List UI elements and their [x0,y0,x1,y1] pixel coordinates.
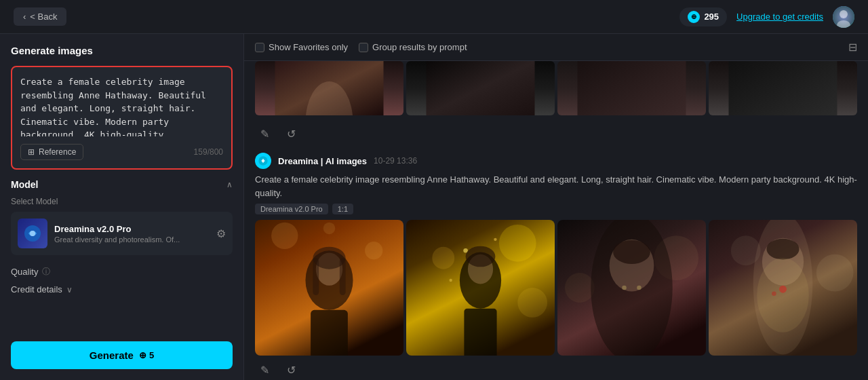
svg-point-26 [494,238,496,241]
prompt-footer: ⊞ Reference 159/800 [20,144,223,160]
bottom-action-row: ✎ ↺ [255,356,857,380]
credit-details-label: Credit details [11,284,62,294]
svg-point-14 [323,223,336,235]
cost-value: 5 [149,350,154,360]
credits-icon: ⊕ [688,11,700,23]
result-image-3[interactable] [557,220,706,356]
svg-rect-8 [578,61,686,115]
model-settings-icon[interactable]: ⚙ [216,227,226,240]
back-label: < Back [30,12,57,22]
svg-point-34 [565,273,595,303]
reference-icon: ⊞ [28,147,35,157]
model-section-header: Model ∧ [11,179,233,190]
partial-image-3 [557,61,706,115]
cost-icon: ⊕ [139,350,146,360]
svg-point-37 [613,240,650,264]
svg-point-24 [517,288,547,318]
svg-point-4 [30,231,35,236]
model-desc: Great diversity and photorealism. Of... [54,235,190,244]
avatar[interactable] [833,6,854,28]
svg-point-42 [816,254,854,292]
svg-point-48 [772,291,776,296]
partial-image-2 [406,61,555,115]
chevron-up-icon: ∧ [226,180,233,189]
svg-point-46 [757,258,809,332]
svg-point-23 [432,247,454,269]
result-image-4[interactable] [709,220,857,356]
toolbar-grid-icon[interactable]: ⊟ [848,41,857,54]
upgrade-button[interactable]: Upgrade to get credits [736,12,823,22]
scroll-area[interactable]: ✎ ↺ Dreamina | AI images 10-29 13:36 Cre… [244,61,868,380]
model-name: Dreamina v2.0 Pro [54,224,210,234]
result-meta: Dreamina | AI images 10-29 13:36 [255,147,857,173]
group-results-label[interactable]: Group results by prompt [359,42,467,52]
svg-point-39 [637,286,642,290]
back-icon: ‹ [23,12,26,22]
sidebar-title: Generate images [11,45,233,56]
svg-point-12 [271,223,298,249]
first-action-row: ✎ ↺ [255,121,857,147]
select-model-label: Select Model [11,197,233,206]
partial-image-1 [255,61,403,115]
content-area: Show Favorites only Group results by pro… [244,34,868,380]
prompt-wrapper: Create a female celebrity image resembli… [11,66,233,170]
result-timestamp: 10-29 13:36 [374,156,417,166]
model-thumbnail [18,218,47,248]
edit-button-1[interactable]: ✎ [255,125,275,143]
svg-rect-16 [311,310,348,356]
header-right: ⊕ 295 Upgrade to get credits [679,6,854,28]
result-prompt-text: Create a female celebrity image resembli… [255,173,857,204]
svg-point-27 [450,279,452,282]
credit-details-row[interactable]: Credit details ∨ [11,284,233,294]
credits-count: 295 [704,12,719,22]
model-section-title: Model [11,179,38,190]
result-tag-ratio: 1:1 [332,204,353,214]
result-tags: Dreamina v2.0 Pro 1:1 [255,204,857,214]
quality-row: Quality ⓘ [11,266,233,278]
quality-label: Quality [11,267,38,277]
edit-button-2[interactable]: ✎ [255,361,275,379]
group-results-text: Group results by prompt [372,42,467,52]
toolbar-left: Show Favorites only Group results by pro… [255,42,467,52]
cost-badge: ⊕ 5 [139,350,154,360]
char-count: 159/800 [194,147,223,157]
svg-point-31 [466,246,496,267]
result-image-2[interactable] [406,220,555,356]
svg-point-38 [622,286,627,290]
svg-point-22 [499,225,536,262]
back-button[interactable]: ‹ < Back [14,7,66,26]
refresh-button-2[interactable]: ↺ [281,361,301,379]
credits-badge: ⊕ 295 [679,7,727,26]
result-app-icon [255,153,271,169]
refresh-button-1[interactable]: ↺ [281,125,301,143]
svg-point-1 [840,10,848,18]
show-favorites-checkbox[interactable] [255,43,264,52]
svg-rect-9 [729,61,837,115]
model-card[interactable]: Dreamina v2.0 Pro Great diversity and ph… [11,212,233,255]
prompt-input[interactable]: Create a female celebrity image resembli… [20,75,223,136]
svg-point-47 [779,286,787,293]
model-info: Dreamina v2.0 Pro Great diversity and ph… [54,224,210,244]
svg-rect-20 [340,258,346,295]
generate-button[interactable]: Generate ⊕ 5 [11,341,233,369]
svg-rect-7 [427,61,535,115]
main-layout: Generate images Create a female celebrit… [0,34,868,380]
result-tag-model: Dreamina v2.0 Pro [255,204,328,214]
partial-image-4 [709,61,857,115]
reference-button[interactable]: ⊞ Reference [20,144,83,160]
result-app-name: Dreamina | AI images [278,156,367,166]
result-block: Dreamina | AI images 10-29 13:36 Create … [255,147,857,380]
svg-point-13 [365,242,382,259]
group-results-checkbox[interactable] [359,43,368,52]
content-toolbar: Show Favorites only Group results by pro… [244,34,868,61]
svg-point-45 [766,239,799,260]
show-favorites-label[interactable]: Show Favorites only [255,42,348,52]
generate-label: Generate [90,349,134,361]
show-favorites-text: Show Favorites only [269,42,348,52]
header: ‹ < Back ⊕ 295 Upgrade to get credits [0,0,868,34]
image-grid [255,220,857,356]
svg-rect-19 [313,258,319,295]
svg-rect-29 [464,309,496,356]
sidebar: Generate images Create a female celebrit… [0,34,244,380]
result-image-1[interactable] [255,220,403,356]
